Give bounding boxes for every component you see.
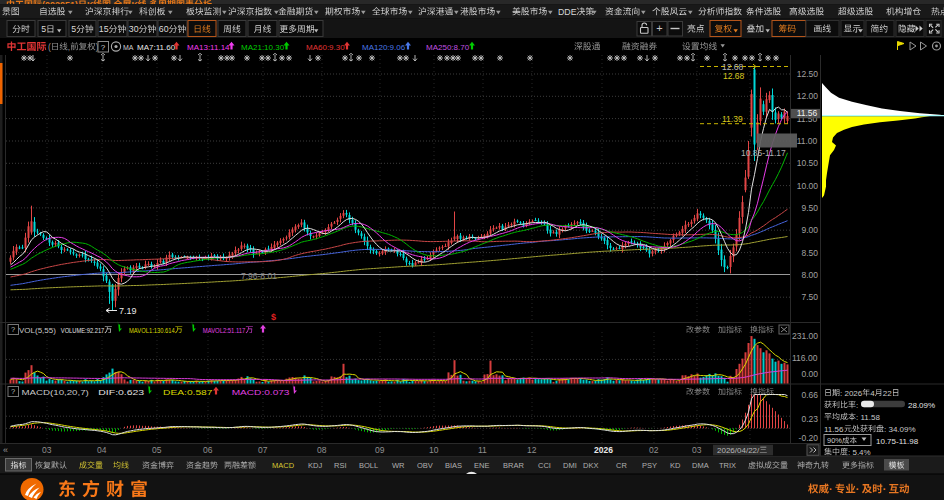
svg-text:MA7:11.60: MA7:11.60 [137, 43, 176, 52]
svg-text:02: 02 [649, 445, 659, 455]
svg-text:06: 06 [203, 445, 213, 455]
svg-text:60: 60 [159, 24, 169, 34]
svg-text:10: 10 [429, 445, 439, 455]
svg-text:PSY: PSY [642, 461, 657, 470]
svg-text:DKX: DKX [583, 461, 598, 470]
svg-text:12.68: 12.68 [723, 71, 745, 81]
svg-text:,: , [68, 42, 70, 52]
svg-text:MACD(10,20,7): MACD(10,20,7) [22, 388, 90, 397]
svg-text:4: 4 [870, 389, 875, 398]
svg-text:2026/04/22/: 2026/04/22/ [717, 446, 760, 455]
svg-text:12: 12 [527, 445, 537, 455]
svg-text:11: 11 [478, 445, 487, 455]
svg-text:08: 08 [317, 445, 327, 455]
svg-text:MAVOL1:130.614: MAVOL1:130.614 [129, 326, 175, 335]
svg-text:11.00: 11.00 [797, 136, 818, 146]
svg-text:CCI: CCI [538, 461, 551, 470]
svg-text::: : [856, 401, 858, 410]
svg-text:07: 07 [258, 445, 268, 455]
svg-text:10.50: 10.50 [797, 158, 819, 168]
svg-text:11.39: 11.39 [722, 114, 743, 124]
svg-text:KD: KD [670, 461, 681, 470]
svg-text:MACD:0.073: MACD:0.073 [232, 388, 290, 397]
svg-text:7.96-8.01: 7.96-8.01 [241, 271, 277, 281]
svg-text:?: ? [11, 387, 15, 396]
svg-text:11.56: 11.56 [797, 108, 818, 118]
svg-text:12.00: 12.00 [797, 91, 819, 101]
svg-text:?: ? [101, 43, 106, 52]
svg-text:03: 03 [42, 445, 52, 455]
svg-text:·: · [883, 483, 887, 495]
svg-text:10.85-11.17: 10.85-11.17 [741, 148, 786, 158]
svg-text:0.00: 0.00 [802, 369, 819, 379]
svg-text:7.19: 7.19 [119, 306, 137, 316]
svg-text:9.50: 9.50 [802, 203, 819, 213]
svg-text:9.00: 9.00 [802, 225, 819, 235]
svg-text:·: · [829, 483, 833, 495]
svg-text:11.56: 11.56 [824, 425, 844, 434]
svg-text:(: ( [48, 42, 51, 52]
svg-text:8.00: 8.00 [802, 270, 819, 280]
svg-text:VOL(5,55): VOL(5,55) [19, 326, 56, 335]
svg-text:-0.20: -0.20 [799, 433, 819, 443]
svg-text:0.23: 0.23 [802, 414, 819, 424]
svg-text:: 5.4%: : 5.4% [848, 448, 871, 457]
svg-text:22: 22 [883, 389, 892, 398]
svg-text:10.00: 10.00 [797, 181, 819, 191]
svg-text:VOLUME:92.217: VOLUME:92.217 [61, 326, 105, 335]
svg-text:KDJ: KDJ [308, 461, 322, 470]
svg-text:BIAS: BIAS [445, 461, 462, 470]
svg-text:5: 5 [41, 24, 46, 34]
svg-text:RSI: RSI [334, 461, 347, 470]
svg-text:DIF:0.623: DIF:0.623 [98, 388, 145, 397]
svg-text:: 34.09%: : 34.09% [884, 425, 916, 434]
svg-text:231.00: 231.00 [792, 331, 818, 341]
svg-text:CR: CR [616, 461, 627, 470]
svg-text:BRAR: BRAR [503, 461, 524, 470]
svg-text:WR: WR [392, 461, 405, 470]
svg-text:7.50: 7.50 [802, 292, 819, 302]
svg-text:05: 05 [152, 445, 162, 455]
svg-text:DMA: DMA [692, 461, 709, 470]
svg-text:DEA:0.587: DEA:0.587 [163, 388, 213, 397]
svg-text:MA13:11.14: MA13:11.14 [187, 43, 230, 52]
svg-text:MA60:9.30: MA60:9.30 [306, 43, 345, 52]
svg-text:BOLL: BOLL [359, 461, 378, 470]
svg-text:: 11.58: : 11.58 [856, 413, 880, 422]
svg-text:ENE: ENE [474, 461, 489, 470]
svg-text:30: 30 [129, 24, 139, 34]
svg-text:5: 5 [71, 24, 76, 34]
svg-text:OBV: OBV [417, 461, 433, 470]
svg-text:MA120:9.06: MA120:9.06 [362, 43, 406, 52]
svg-text:MA: MA [123, 44, 134, 51]
svg-text:DMI: DMI [563, 461, 577, 470]
svg-text:8.50: 8.50 [802, 248, 819, 258]
svg-text:MACD: MACD [272, 461, 295, 470]
svg-text:MA21:10.30: MA21:10.30 [241, 43, 285, 52]
svg-text:·: · [856, 483, 860, 495]
svg-text:MA250:8.70: MA250:8.70 [426, 43, 470, 52]
svg-text:0.66: 0.66 [802, 390, 819, 400]
svg-text:$: $ [271, 312, 276, 322]
svg-text:09: 09 [375, 445, 385, 455]
svg-text:?: ? [11, 325, 15, 334]
svg-text:04: 04 [97, 445, 107, 455]
svg-text:TRIX: TRIX [719, 461, 736, 470]
svg-text:2026: 2026 [594, 445, 613, 455]
svg-text:90%: 90% [827, 436, 842, 445]
svg-text:03: 03 [692, 445, 702, 455]
svg-text:116.00: 116.00 [792, 353, 818, 363]
svg-text:15: 15 [99, 24, 109, 34]
svg-text:10.75-11.98: 10.75-11.98 [876, 437, 919, 446]
svg-text:DDE: DDE [558, 7, 577, 17]
svg-text:12.50: 12.50 [797, 69, 819, 79]
svg-text:+: + [656, 22, 662, 34]
svg-text:: 2026: : 2026 [840, 389, 863, 398]
svg-text:28.09%: 28.09% [908, 401, 935, 410]
svg-text:«: « [3, 445, 8, 455]
svg-text:MAVOL2:51.117: MAVOL2:51.117 [203, 326, 246, 335]
